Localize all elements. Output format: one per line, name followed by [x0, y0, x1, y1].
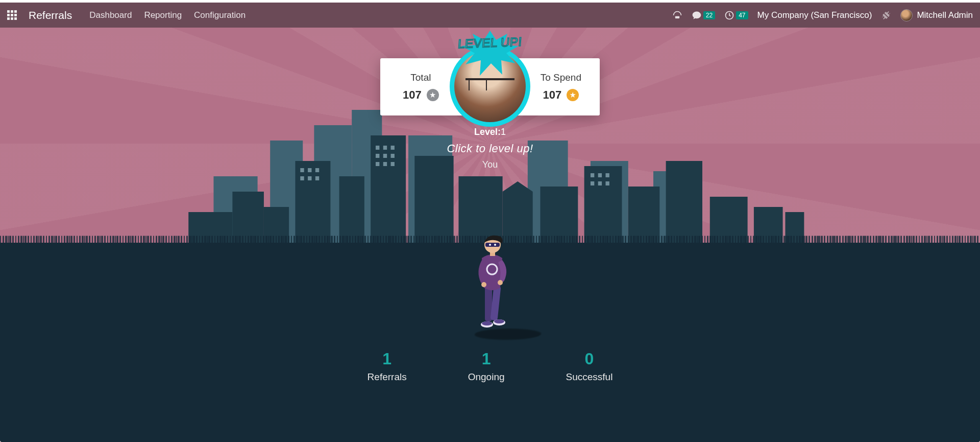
hero-character	[470, 224, 510, 337]
stat-ongoing-label: Ongoing	[468, 371, 505, 383]
svg-point-57	[482, 321, 492, 325]
svg-rect-33	[308, 168, 311, 172]
top-navbar: Referrals Dashboard Reporting Configurat…	[0, 3, 980, 28]
level-up-text: LEVEL UP!	[450, 36, 530, 49]
stat-ongoing-value: 1	[468, 350, 505, 368]
level-value: 1	[501, 127, 506, 137]
level-up-banner: LEVEL UP!	[439, 33, 541, 74]
points-total-label: Total	[410, 72, 431, 83]
activities-badge: 47	[736, 11, 748, 19]
nav-configuration[interactable]: Configuration	[192, 7, 248, 24]
svg-rect-34	[315, 168, 319, 172]
points-total-value: 107	[403, 88, 422, 102]
svg-rect-26	[584, 166, 622, 248]
svg-point-2	[677, 16, 677, 17]
svg-rect-35	[300, 176, 304, 180]
star-gold-icon	[567, 89, 579, 101]
svg-point-4	[676, 17, 676, 18]
svg-point-6	[678, 17, 679, 18]
svg-point-59	[494, 319, 504, 323]
svg-rect-51	[598, 181, 602, 185]
stats-row: 1 Referrals 1 Ongoing 0 Successful	[368, 350, 613, 383]
svg-point-1	[676, 16, 676, 17]
stat-referrals[interactable]: 1 Referrals	[368, 350, 407, 383]
svg-rect-37	[315, 176, 319, 180]
svg-rect-28	[666, 161, 702, 248]
points-spend-value: 107	[543, 88, 561, 102]
stat-referrals-label: Referrals	[368, 371, 407, 383]
svg-rect-42	[383, 154, 387, 158]
svg-rect-39	[383, 146, 387, 150]
svg-rect-43	[391, 154, 395, 158]
activities-icon[interactable]: 47	[724, 10, 748, 20]
svg-rect-47	[591, 173, 594, 177]
stat-ongoing[interactable]: 1 Ongoing	[468, 350, 505, 383]
apps-icon[interactable]	[7, 10, 17, 20]
you-label: You	[482, 159, 498, 170]
svg-rect-45	[383, 162, 387, 166]
svg-point-66	[489, 244, 491, 246]
telephony-icon[interactable]	[672, 10, 682, 20]
points-total: Total 107	[403, 72, 439, 102]
svg-rect-44	[376, 162, 379, 166]
svg-rect-38	[376, 146, 379, 150]
company-switcher[interactable]: My Company (San Francisco)	[757, 10, 872, 20]
svg-point-67	[494, 244, 496, 246]
nav-reporting[interactable]: Reporting	[142, 7, 184, 24]
svg-rect-19	[295, 161, 330, 248]
svg-rect-40	[391, 146, 395, 150]
dashboard-stage: LEVEL UP! Total 107 To Spend 107 Level:1…	[0, 28, 980, 442]
stat-successful-label: Successful	[566, 371, 613, 383]
svg-point-62	[498, 280, 503, 285]
level-prefix: Level:	[474, 127, 501, 137]
debug-tools-icon[interactable]	[881, 10, 891, 20]
avatar-icon	[900, 9, 913, 21]
svg-rect-50	[591, 181, 594, 185]
svg-rect-21	[371, 135, 406, 248]
user-menu[interactable]: Mitchell Admin	[900, 9, 973, 21]
points-spend-label: To Spend	[541, 72, 581, 83]
svg-point-5	[677, 17, 677, 18]
svg-rect-65	[485, 243, 500, 247]
user-name-label: Mitchell Admin	[917, 10, 973, 20]
level-indicator: Level:1	[474, 127, 506, 137]
click-to-level-up[interactable]: Click to level up!	[447, 142, 533, 155]
stat-successful-value: 0	[566, 350, 613, 368]
svg-rect-49	[605, 173, 609, 177]
svg-point-3	[678, 16, 679, 17]
messages-badge: 22	[703, 11, 715, 19]
star-gray-icon	[427, 89, 439, 101]
svg-rect-32	[300, 168, 304, 172]
svg-rect-48	[598, 173, 602, 177]
svg-rect-36	[308, 176, 311, 180]
app-brand[interactable]: Referrals	[29, 9, 72, 21]
nav-dashboard[interactable]: Dashboard	[87, 7, 134, 24]
messages-icon[interactable]: 22	[692, 10, 715, 20]
stat-successful[interactable]: 0 Successful	[566, 350, 613, 383]
svg-point-61	[481, 282, 486, 287]
svg-rect-52	[605, 181, 609, 185]
svg-rect-22	[414, 156, 453, 248]
points-spend: To Spend 107	[541, 72, 581, 102]
svg-rect-41	[376, 154, 379, 158]
svg-rect-46	[391, 162, 395, 166]
stat-referrals-value: 1	[368, 350, 407, 368]
